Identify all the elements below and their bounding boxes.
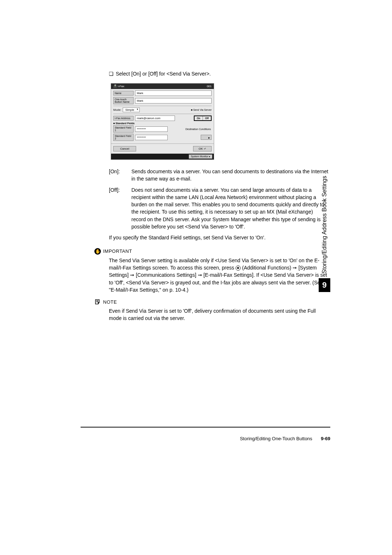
additional-functions-icon: ✱ — [236, 266, 241, 271]
standard-field-1-input[interactable]: ******** — [135, 126, 168, 132]
send-via-server-label: ■ Send Via Server — [191, 109, 212, 111]
name-input[interactable]: Mark — [135, 90, 212, 96]
on-button[interactable]: On — [195, 116, 203, 120]
off-button[interactable]: Off — [203, 116, 211, 120]
onetouch-name-input[interactable]: Mark — [135, 98, 212, 104]
off-term: [Off]: — [109, 186, 131, 231]
important-icon: ✋ — [94, 248, 101, 255]
cancel-button[interactable]: Cancel — [113, 146, 136, 151]
note-icon — [94, 299, 101, 305]
on-term: [On]: — [109, 168, 131, 183]
page-number: 9-69 — [321, 436, 330, 441]
send-via-server-toggle[interactable]: On Off — [194, 116, 212, 121]
mode-dropdown[interactable]: Simple — [123, 108, 139, 112]
standard-field-1-button[interactable]: Standard Field 1 — [113, 125, 134, 133]
chapter-title-vertical: Storing/Editing Address Book Settings — [321, 174, 328, 276]
name-button[interactable]: Name — [113, 91, 134, 96]
ui-header-title: 📠 I-Fax — [113, 85, 124, 88]
onetouch-name-button[interactable]: One-touch Button Name — [113, 97, 134, 104]
important-title: IMPORTANT — [103, 248, 132, 254]
standard-field-2-input[interactable]: ******** — [135, 135, 168, 140]
footer-section-title: Storing/Editing One-Touch Buttons — [240, 436, 312, 441]
chapter-side-tab: Storing/Editing Address Book Settings 9 — [319, 174, 330, 292]
important-body: The Send Via Server setting is available… — [109, 257, 328, 293]
system-monitor-button[interactable]: System Monitor ▸ — [189, 154, 212, 159]
note-title: NOTE — [103, 299, 117, 305]
ifax-address-button[interactable]: I-Fax Address — [113, 116, 134, 121]
footer-rule — [81, 427, 330, 428]
mode-label: Mode: — [113, 108, 121, 112]
ui-header-number: 001 — [207, 85, 212, 88]
destination-conditions-label: Destination Conditions — [185, 127, 212, 131]
destination-conditions-button[interactable]: ▸ — [201, 135, 212, 140]
page-footer: Storing/Editing One-Touch Buttons 9-69 — [240, 436, 330, 441]
ifax-settings-screenshot: 📠 I-Fax 001 Name Mark One-touch Button N… — [111, 83, 214, 160]
on-description: Sends documents via a server. You can se… — [131, 168, 328, 183]
ifax-address-input[interactable]: mark@canon.com — [135, 116, 175, 121]
off-description: Does not send documents via a server. Yo… — [131, 186, 328, 231]
chapter-number: 9 — [319, 278, 330, 292]
standard-field-2-button[interactable]: Standard Field 2 — [113, 134, 134, 141]
note-body: Even if Send Via Server is set to 'Off',… — [109, 307, 328, 322]
ok-button[interactable]: OK ⤶ — [193, 146, 212, 151]
standard-fields-heading: ■ Standard Fields — [113, 122, 212, 125]
followup-text: If you specify the Standard Field settin… — [109, 234, 328, 241]
instruction-text: Select [On] or [Off] for <Send Via Serve… — [109, 71, 328, 77]
